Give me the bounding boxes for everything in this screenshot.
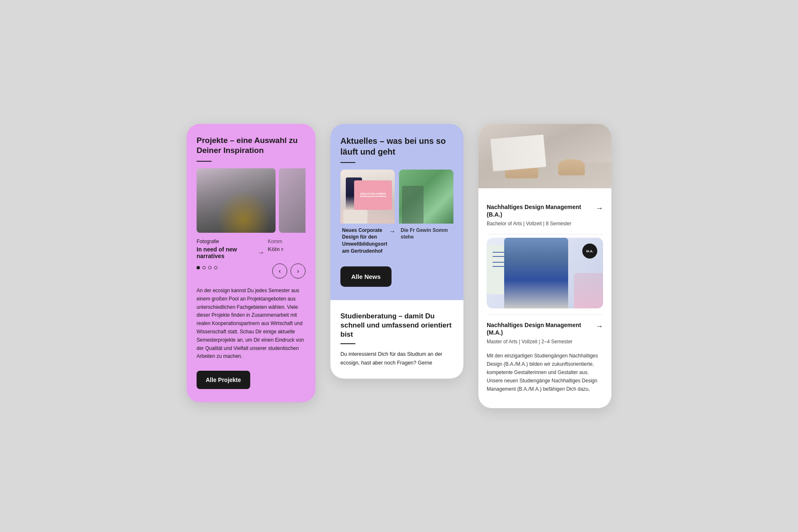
- pink-banner: HERZLICH WILLKOMMENEinführungsveranstalt…: [354, 180, 392, 210]
- news-card-1-title-row: Neues Corporate Design für den Umweltbil…: [342, 227, 393, 255]
- course-item-2[interactable]: Nachhaltiges Design Management (M.A.) Ma…: [487, 314, 603, 352]
- carousel-card-2: Komm Köln r: [268, 239, 305, 259]
- alle-projekte-button[interactable]: Alle Projekte: [197, 371, 250, 389]
- news-card-1-arrow: →: [389, 227, 395, 236]
- carousel-prev-button[interactable]: ‹: [272, 264, 287, 278]
- flower-element: [574, 273, 603, 308]
- phone2-bottom-text: Du interessierst Dich für das Studium an…: [340, 350, 453, 367]
- phone1-carousel: [197, 168, 305, 233]
- pink-banner-text: HERZLICH WILLKOMMENEinführungsveranstalt…: [360, 192, 386, 197]
- carousel-nav: ‹ ›: [272, 264, 305, 278]
- phone1-divider: [197, 161, 212, 162]
- phone2-bottom-divider: [340, 343, 355, 344]
- phone-projects: Projekte – eine Auswahl zu Deiner Inspir…: [187, 124, 315, 403]
- ma-badge: M.A.: [582, 244, 597, 259]
- course-1-title: Nachhaltiges Design Management (B.A.): [487, 203, 592, 218]
- course-2-title: Nachhaltiges Design Management (M.A.): [487, 321, 592, 336]
- carousel-side-image: [279, 168, 305, 233]
- photo-overlay: [197, 168, 276, 233]
- course2-person: [504, 238, 568, 308]
- card1-title: In need of new narratives: [197, 246, 254, 259]
- course-2-text: Nachhaltiges Design Management (M.A.) Ma…: [487, 321, 592, 345]
- lectern: [343, 210, 368, 224]
- carousel-card-1: Fotografie In need of new narratives →: [197, 239, 264, 259]
- phone-news: Aktuelles – was bei uns so läuft und geh…: [330, 124, 463, 379]
- news-grid: HERZLICH WILLKOMMENEinführungsveranstalt…: [340, 170, 453, 258]
- course-item-1[interactable]: Nachhaltiges Design Management (B.A.) Ba…: [487, 197, 603, 234]
- phones-container: Projekte – eine Auswahl zu Deiner Inspir…: [187, 99, 611, 433]
- phone3-content: Nachhaltiges Design Management (B.A.) Ba…: [478, 188, 611, 409]
- news-card-1-title: Neues Corporate Design für den Umweltbil…: [342, 227, 387, 255]
- card1-title-row: In need of new narratives →: [197, 246, 264, 259]
- phone2-bottom: Studienberatung – damit Du schnell und u…: [330, 300, 463, 379]
- course-1-meta: Bachelor of Arts | Vollzeit | 8 Semester: [487, 220, 592, 227]
- course-2-arrow: →: [596, 322, 603, 331]
- course-1-text: Nachhaltiges Design Management (B.A.) Ba…: [487, 203, 592, 227]
- card2-title: Köln r: [268, 246, 305, 252]
- news-card-1-body: Neues Corporate Design für den Umweltbil…: [340, 224, 395, 258]
- card1-arrow: →: [258, 249, 264, 256]
- news-card-1: HERZLICH WILLKOMMENEinführungsveranstalt…: [340, 170, 395, 258]
- news-card-2: Die Fr Gewin Somm stehe: [399, 170, 453, 258]
- card2-category: Komm: [268, 239, 305, 244]
- hand-sim-2: [558, 159, 585, 175]
- news-card-2-body: Die Fr Gewin Somm stehe: [399, 224, 453, 244]
- carousel-dots: [197, 266, 217, 269]
- course-2-section: M.A. Nachhaltiges Design Management (M.A…: [487, 238, 603, 400]
- phone1-body-text: An der ecosign kannst Du jedes Semester …: [197, 287, 305, 361]
- phone2-title: Aktuelles – was bei uns so läuft und geh…: [340, 135, 453, 157]
- news-card-2-title: Die Fr Gewin Somm stehe: [401, 227, 452, 241]
- phone2-bottom-title: Studienberatung – damit Du schnell und u…: [340, 312, 453, 339]
- carousel-controls: ‹ ›: [197, 264, 305, 278]
- news-img-2: [399, 170, 453, 224]
- card1-category: Fotografie: [197, 239, 264, 244]
- phone2-top: Aktuelles – was bei uns so läuft und geh…: [330, 124, 463, 300]
- tree-sim: [402, 186, 424, 224]
- course-1-arrow: →: [596, 204, 603, 213]
- phone2-divider: [340, 162, 355, 163]
- alle-news-button[interactable]: Alle News: [340, 266, 392, 287]
- dot-3: [208, 266, 212, 269]
- course-2-meta: Master of Arts | Vollzeit | 2–4 Semester: [487, 338, 592, 345]
- dot-2: [202, 266, 206, 269]
- phone-courses: Nachhaltiges Design Management (B.A.) Ba…: [478, 124, 611, 409]
- phone1-title: Projekte – eine Auswahl zu Deiner Inspir…: [197, 135, 305, 156]
- phone3-top-image: [478, 124, 611, 188]
- dot-4: [214, 266, 217, 269]
- book-sim: [490, 134, 546, 171]
- dot-1: [197, 266, 200, 269]
- phone3-bottom-text: Mit den einzigartigen Studiengängen Nach…: [487, 352, 603, 400]
- carousel-main-image: [197, 168, 276, 233]
- carousel-next-button[interactable]: ›: [291, 264, 305, 278]
- course2-image: M.A.: [487, 238, 603, 308]
- news-img-1: HERZLICH WILLKOMMENEinführungsveranstalt…: [340, 170, 395, 224]
